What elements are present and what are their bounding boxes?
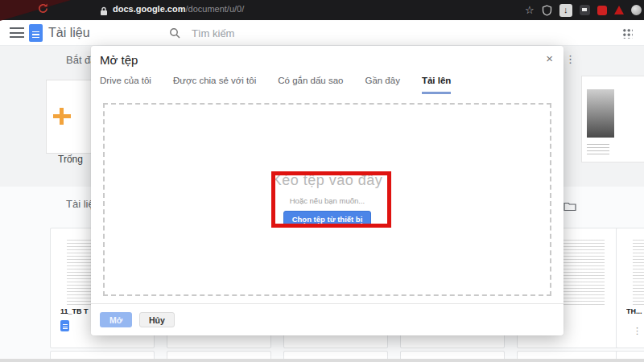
plus-icon	[60, 108, 64, 125]
reload-icon[interactable]	[37, 2, 49, 18]
docs-file-icon	[60, 320, 69, 331]
tab-shared-with-me[interactable]: Được chia sẻ với tôi	[173, 76, 256, 94]
apps-grid-icon[interactable]	[622, 28, 633, 39]
extension-icon[interactable]	[580, 5, 590, 15]
docs-header: Tài liệu Tìm kiếm	[0, 20, 644, 46]
browser-action-icons: ☆ ↓	[525, 0, 642, 20]
doc-title: TH...	[626, 307, 642, 315]
profile-avatar[interactable]	[631, 5, 642, 15]
browser-theme-accent	[0, 0, 71, 21]
close-icon[interactable]: ×	[546, 51, 553, 65]
app-title: Tài liệu	[48, 26, 90, 40]
url-host: docs.google.com	[113, 4, 185, 14]
taskbar-edge	[0, 359, 644, 362]
shield-icon[interactable]	[542, 5, 552, 16]
address-bar[interactable]: docs.google.com/document/u/0/	[113, 4, 244, 14]
download-icon[interactable]: ↓	[559, 4, 572, 17]
doc-preview	[633, 240, 644, 307]
search-placeholder: Tìm kiếm	[192, 27, 234, 39]
open-button[interactable]: Mở	[100, 312, 132, 327]
cancel-button[interactable]: Hủy	[139, 312, 175, 327]
browser-toolbar: docs.google.com/document/u/0/ ☆ ↓	[0, 0, 644, 20]
url-path: /document/u/0/	[185, 4, 244, 14]
template-more-icon[interactable]: ⋮	[565, 53, 576, 65]
dialog-footer: Mở Hủy	[91, 303, 564, 335]
blank-template-label: Trống	[58, 154, 83, 165]
docs-logo-icon[interactable]	[29, 24, 43, 42]
dialog-title: Mở tệp	[100, 53, 138, 67]
red-extension-icon[interactable]	[597, 6, 607, 15]
dialog-tabs: Drive của tôi Được chia sẻ với tôi Có gắ…	[100, 76, 451, 94]
lock-icon[interactable]	[100, 5, 108, 19]
menu-icon[interactable]	[10, 27, 24, 38]
red-triangle-extension-icon[interactable]	[614, 6, 624, 14]
template-thumbnail-lines	[587, 144, 609, 157]
highlight-rectangle	[271, 171, 391, 228]
screen: docs.google.com/document/u/0/ ☆ ↓ Tài li…	[0, 0, 644, 362]
tab-starred[interactable]: Có gắn dấu sao	[278, 76, 343, 94]
tab-my-drive[interactable]: Drive của tôi	[100, 76, 151, 94]
card-menu-icon[interactable]: ⋮	[633, 326, 642, 336]
template-card[interactable]	[581, 76, 644, 162]
bookmark-star-icon[interactable]: ☆	[525, 5, 535, 15]
search-icon	[169, 27, 180, 39]
doc-card[interactable]: TH... ⋮	[616, 228, 644, 348]
tab-recent[interactable]: Gần đây	[365, 76, 399, 94]
doc-title: 11_TB T	[60, 307, 89, 315]
search-bar[interactable]: Tìm kiếm	[169, 23, 555, 43]
tab-upload[interactable]: Tải lên	[422, 76, 451, 94]
folder-icon[interactable]	[564, 200, 576, 215]
template-thumbnail	[587, 89, 614, 138]
